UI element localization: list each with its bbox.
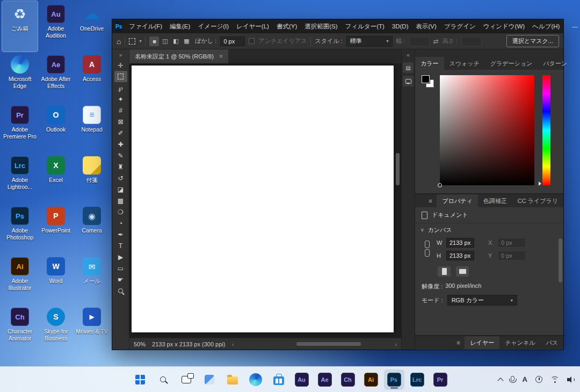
gradient-tool[interactable]: ▩ bbox=[114, 195, 127, 206]
foreground-color-swatch[interactable] bbox=[422, 75, 430, 83]
edge-button[interactable] bbox=[245, 369, 266, 390]
tab-patterns[interactable]: パターン bbox=[538, 57, 572, 70]
canvas-y-input[interactable]: 0 px bbox=[498, 251, 526, 260]
hue-slider[interactable] bbox=[542, 75, 550, 185]
search-button[interactable] bbox=[153, 369, 173, 390]
clock-icon[interactable] bbox=[535, 376, 542, 383]
tab-swatches[interactable]: スウォッチ bbox=[444, 57, 485, 70]
desktop-icon-sticky-notes[interactable]: 付箋 bbox=[74, 153, 110, 203]
zoom-tool[interactable] bbox=[114, 285, 127, 296]
desktop-icon-premiere-pro[interactable]: Pr Adobe Premiere Pro bbox=[2, 102, 38, 153]
title-bar[interactable]: Ps ファイル(F) 編集(E) イメージ(I) レイヤー(L) 書式(Y) 選… bbox=[112, 19, 563, 33]
tab-paths[interactable]: パス bbox=[540, 336, 563, 349]
tab-color[interactable]: カラー bbox=[415, 57, 444, 70]
link-dimensions-icon[interactable] bbox=[425, 241, 429, 257]
subtract-selection-mode[interactable]: ◧ bbox=[171, 37, 180, 46]
lasso-tool[interactable]: ℘ bbox=[114, 82, 127, 93]
add-selection-mode[interactable]: ◫ bbox=[160, 37, 170, 46]
menu-filter[interactable]: フィルター(T) bbox=[342, 19, 388, 33]
canvas-x-input[interactable]: 0 px bbox=[498, 238, 526, 248]
desktop-icon-illustrator[interactable]: Ai Adobe Illustrator bbox=[2, 253, 38, 304]
color-picker-marker[interactable] bbox=[438, 183, 442, 187]
rectangular-marquee-tool[interactable] bbox=[114, 71, 127, 82]
menu-plugins[interactable]: プラグイン bbox=[440, 19, 480, 33]
intersect-selection-mode[interactable]: ▦ bbox=[182, 37, 191, 46]
tab-channels[interactable]: チャンネル bbox=[499, 336, 540, 349]
premiere-pro-button[interactable]: Pr bbox=[430, 369, 451, 390]
type-tool[interactable]: T bbox=[114, 240, 127, 251]
swap-dimensions-icon[interactable]: ⇄ bbox=[433, 38, 439, 45]
illustrator-button[interactable]: Ai bbox=[361, 369, 381, 390]
menu-layer[interactable]: レイヤー(L) bbox=[233, 19, 273, 33]
desktop-icon-excel[interactable]: X Excel bbox=[38, 153, 74, 203]
crop-tool[interactable]: # bbox=[114, 105, 127, 116]
after-effects-button[interactable]: Ae bbox=[315, 369, 335, 390]
healing-brush-tool[interactable]: ✚ bbox=[114, 139, 127, 150]
desktop-icon-powerpoint[interactable]: P PowerPoint bbox=[38, 203, 74, 253]
frame-tool[interactable]: ⊠ bbox=[114, 116, 127, 127]
chevron-up-icon[interactable] bbox=[497, 378, 503, 383]
close-icon[interactable]: × bbox=[219, 53, 223, 60]
zoom-level[interactable]: 50% bbox=[134, 341, 146, 347]
tab-gradients[interactable]: グラデーション bbox=[485, 57, 538, 70]
clone-stamp-tool[interactable]: ♜ bbox=[114, 161, 127, 172]
panel-expand-icon[interactable]: « bbox=[407, 50, 410, 60]
canvas-width-input[interactable]: 2133 px bbox=[446, 238, 474, 248]
chevron-right-icon[interactable]: › bbox=[395, 341, 397, 347]
canvas-section-header[interactable]: ∨ カンバス bbox=[415, 223, 563, 236]
feather-input[interactable]: 0 px bbox=[220, 37, 245, 46]
menu-select[interactable]: 選択範囲(S) bbox=[301, 19, 341, 33]
menu-edit[interactable]: 編集(E) bbox=[166, 19, 194, 33]
marquee-preset-icon[interactable] bbox=[129, 38, 135, 45]
start-button[interactable] bbox=[130, 369, 150, 390]
color-mode-select[interactable]: RGB カラー ▾ bbox=[447, 295, 517, 306]
desktop-icon-access[interactable]: A Access bbox=[74, 52, 110, 102]
file-explorer-button[interactable] bbox=[222, 369, 243, 390]
ime-indicator[interactable]: A bbox=[523, 375, 527, 383]
style-select[interactable]: 標準 ▾ bbox=[346, 36, 393, 47]
vertical-scrollbar[interactable] bbox=[396, 153, 400, 185]
desktop-icon-word[interactable]: W Word bbox=[38, 253, 74, 304]
move-tool[interactable]: ✛ bbox=[114, 60, 127, 71]
widgets-button[interactable] bbox=[199, 369, 220, 390]
tab-layers[interactable]: レイヤー bbox=[465, 336, 499, 349]
desktop-icon-character-animator[interactable]: Ch Character Animator bbox=[2, 304, 38, 354]
toolbar-collapse-icon[interactable]: » bbox=[119, 50, 122, 60]
width-input[interactable] bbox=[409, 37, 430, 46]
landscape-orientation-button[interactable] bbox=[456, 266, 469, 277]
select-and-mask-button[interactable]: 選択とマスク... bbox=[506, 35, 559, 47]
tab-cc-libraries[interactable]: CC ライブラリ bbox=[512, 194, 563, 207]
height-input[interactable] bbox=[461, 37, 482, 46]
desktop-icon-photoshop[interactable]: Ps Adobe Photoshop bbox=[2, 203, 38, 253]
antialias-checkbox[interactable] bbox=[249, 38, 255, 44]
horizontal-scrollbar[interactable] bbox=[296, 342, 361, 346]
audition-button[interactable]: Au bbox=[292, 369, 312, 390]
hue-slider-marker[interactable] bbox=[539, 182, 543, 186]
canvas[interactable] bbox=[132, 66, 394, 332]
home-icon[interactable]: ⌂ bbox=[117, 37, 121, 46]
comments-panel-icon[interactable] bbox=[403, 76, 414, 86]
eraser-tool[interactable]: ◪ bbox=[114, 184, 127, 195]
photoshop-button[interactable]: Ps bbox=[384, 369, 404, 390]
tab-properties[interactable]: プロパティ bbox=[437, 194, 477, 207]
brush-tool[interactable]: ✎ bbox=[114, 150, 127, 161]
menu-window[interactable]: ウィンドウ(W) bbox=[480, 19, 528, 33]
menu-help[interactable]: ヘルプ(H) bbox=[528, 19, 563, 33]
desktop-icon-outlook[interactable]: O Outlook bbox=[38, 102, 74, 153]
menu-view[interactable]: 表示(V) bbox=[412, 19, 440, 33]
menu-type[interactable]: 書式(Y) bbox=[273, 19, 301, 33]
desktop-icon-recycle-bin[interactable]: ♻ ごみ箱 bbox=[2, 1, 38, 52]
desktop-icon-audition[interactable]: Au Adobe Audition bbox=[38, 1, 74, 52]
object-selection-tool[interactable]: ✦ bbox=[114, 93, 127, 105]
panel-menu-icon[interactable]: ≡ bbox=[452, 336, 465, 349]
desktop-icon-movies-tv[interactable]: ▶ Movies & TV bbox=[74, 304, 110, 354]
desktop-icon-lightroom-classic[interactable]: Lrc Adobe Lightroo... bbox=[2, 153, 38, 203]
hand-tool[interactable]: ☛ bbox=[114, 274, 127, 285]
path-selection-tool[interactable]: ▶ bbox=[114, 251, 127, 263]
dodge-tool[interactable]: ◔ bbox=[114, 217, 127, 229]
chevron-right-icon[interactable]: › bbox=[231, 341, 234, 347]
desktop-icon-mail[interactable]: ✉ メール bbox=[74, 253, 110, 304]
document-tab[interactable]: 名称未設定 1 @ 50% (RGB/8) × bbox=[129, 49, 228, 63]
new-selection-mode[interactable]: ■ bbox=[149, 37, 159, 46]
menu-3d[interactable]: 3D(D) bbox=[388, 19, 412, 33]
